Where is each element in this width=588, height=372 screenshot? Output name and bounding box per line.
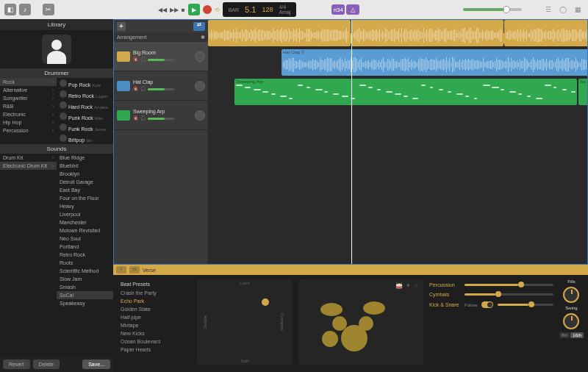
note-badge[interactable]: n34	[331, 4, 345, 15]
audio-region[interactable]	[208, 20, 351, 46]
kit-item[interactable]: Portland	[57, 243, 113, 251]
delete-button[interactable]: Delete	[33, 360, 60, 369]
drum-slider[interactable]	[465, 284, 553, 286]
smart-controls-icon[interactable]: ♪	[19, 4, 31, 15]
drummer-avatar[interactable]	[42, 35, 71, 64]
shaker-icon[interactable]: ✦	[406, 282, 411, 289]
tuner-icon[interactable]: △	[346, 4, 359, 15]
kit-category[interactable]: Drum Kit›	[0, 154, 57, 162]
track-header[interactable]: Sweeping Arp🔇🎧	[114, 101, 208, 130]
add-track-button[interactable]: +	[117, 22, 126, 31]
media-browser-icon[interactable]: ▦	[572, 4, 584, 15]
preset-item[interactable]: Half-pipe	[118, 313, 191, 321]
mute-icon[interactable]: 🔇	[133, 86, 139, 92]
kit-item[interactable]: Bluebird	[57, 162, 113, 170]
genre-item[interactable]: Percussion›	[0, 126, 57, 135]
genre-item[interactable]: Hip Hop›	[0, 118, 57, 126]
editor-tab-region[interactable]: ▭	[129, 266, 140, 273]
stop-icon[interactable]: ■	[182, 7, 185, 13]
drummer-item[interactable]: Retro RockLogan	[57, 89, 113, 100]
audio-region[interactable]: Hat Clap ©	[282, 49, 588, 76]
preset-item[interactable]: Echo Park	[118, 297, 191, 305]
genre-item[interactable]: Alternative›	[0, 86, 57, 94]
swing-resolution[interactable]: 8th16th	[559, 332, 584, 338]
preset-item[interactable]: Mixtape	[118, 321, 191, 329]
kit-item[interactable]: SoCal	[57, 291, 113, 299]
track-pan-knob[interactable]	[195, 51, 205, 62]
hi-hat-icon[interactable]: 🥁	[395, 282, 403, 289]
audio-region[interactable]	[351, 20, 503, 46]
kit-item[interactable]: Liverpool	[57, 210, 113, 218]
genre-item[interactable]: Rock›	[0, 78, 57, 86]
midi-region[interactable]: Sweeping Arp	[234, 79, 577, 105]
kit-item[interactable]: Blue Ridge	[57, 154, 113, 162]
kit-item[interactable]: Heavy	[57, 202, 113, 210]
track-volume-slider[interactable]	[148, 88, 174, 90]
tambourine-icon[interactable]: ○	[414, 282, 417, 289]
kit-item[interactable]: Speakeasy	[57, 299, 113, 307]
drummer-item[interactable]: Funk RockJesse	[57, 122, 113, 133]
save-button[interactable]: Save...	[82, 360, 110, 369]
track-header[interactable]: Big Room🔇🎧	[114, 42, 208, 71]
preset-item[interactable]: Paper Hearts	[118, 346, 191, 354]
kit-item[interactable]: Four on the Floor	[57, 194, 113, 202]
kit-item[interactable]: Retro Rock	[57, 251, 113, 259]
drum-slider[interactable]	[465, 293, 553, 296]
rewind-icon[interactable]: ◀◀	[158, 7, 167, 13]
forward-icon[interactable]: ▶▶	[170, 7, 179, 13]
revert-button[interactable]: Revert	[3, 360, 30, 369]
library-toggle-icon[interactable]: ◧	[4, 4, 16, 15]
kit-item[interactable]: Scientific Method	[57, 267, 113, 275]
kit-category[interactable]: Electronic Drum Kit›	[0, 162, 57, 170]
track-header[interactable]: Hat Clap🔇🎧	[114, 71, 208, 101]
mute-icon[interactable]: 🔇	[133, 57, 139, 62]
track-volume-slider[interactable]	[148, 59, 174, 61]
headphone-icon[interactable]: 🎧	[140, 86, 146, 92]
drummer-item[interactable]: Hard RockAnders	[57, 100, 113, 111]
play-button[interactable]: ▶	[188, 4, 200, 15]
loop-browser-icon[interactable]: ◯	[557, 4, 569, 15]
genre-item[interactable]: R&B›	[0, 102, 57, 110]
kit-item[interactable]: Motown Revisited	[57, 226, 113, 235]
midi-region[interactable]: Sw	[578, 79, 588, 105]
follow-toggle[interactable]	[481, 301, 493, 308]
fills-knob[interactable]	[563, 287, 579, 303]
master-volume-slider[interactable]	[463, 8, 522, 11]
shuffle-icon[interactable]: ⇄	[193, 22, 205, 31]
kit-item[interactable]: Brooklyn	[57, 170, 113, 178]
drummer-item[interactable]: Pop RockKyle	[57, 78, 113, 89]
kit-item[interactable]: Neo Soul	[57, 235, 113, 243]
headphone-icon[interactable]: 🎧	[140, 57, 146, 62]
genre-item[interactable]: Songwriter›	[0, 94, 57, 102]
swing-knob[interactable]	[563, 313, 579, 329]
preset-item[interactable]: Golden State	[118, 305, 191, 313]
notepad-icon[interactable]: ☰	[542, 4, 554, 15]
kit-item[interactable]: Roots	[57, 259, 113, 267]
kit-item[interactable]: Smash	[57, 283, 113, 291]
kit-item[interactable]: East Bay	[57, 186, 113, 194]
record-button[interactable]	[203, 5, 212, 14]
preset-item[interactable]: Crash the Party	[118, 289, 191, 297]
headphone-icon[interactable]: 🎧	[140, 115, 146, 121]
drummer-item[interactable]: BritpopIan	[57, 133, 113, 144]
track-volume-slider[interactable]	[148, 118, 174, 120]
drummer-item[interactable]: Punk RockMax	[57, 111, 113, 122]
kit-item[interactable]: Slow Jam	[57, 275, 113, 283]
drum-slider[interactable]	[498, 304, 553, 306]
track-pan-knob[interactable]	[195, 81, 205, 91]
lcd-display[interactable]: BAR 5.1 128 4/4Amaj	[223, 2, 297, 17]
mute-icon[interactable]: 🔇	[133, 115, 139, 121]
playhead[interactable]	[351, 20, 352, 264]
track-pan-knob[interactable]	[195, 110, 205, 121]
preset-item[interactable]: New Kicks	[118, 329, 191, 337]
kit-item[interactable]: Manchester	[57, 218, 113, 226]
kit-item[interactable]: Detroit Garage	[57, 178, 113, 186]
xy-pad[interactable]: Loud Soft Simple Complex	[197, 279, 293, 365]
arrangement-header[interactable]: Arrangement✱	[114, 33, 208, 42]
cycle-icon[interactable]: ⟲	[215, 7, 220, 13]
editor-tab-drummer[interactable]: ♪	[116, 266, 126, 273]
audio-region[interactable]	[504, 20, 588, 46]
timeline[interactable]: 1591317 IntroVerseVerseChorus Hat Clap ©…	[208, 20, 587, 264]
preset-item[interactable]: Ocean Boulevard	[118, 337, 191, 346]
genre-item[interactable]: Electronic›	[0, 110, 57, 118]
